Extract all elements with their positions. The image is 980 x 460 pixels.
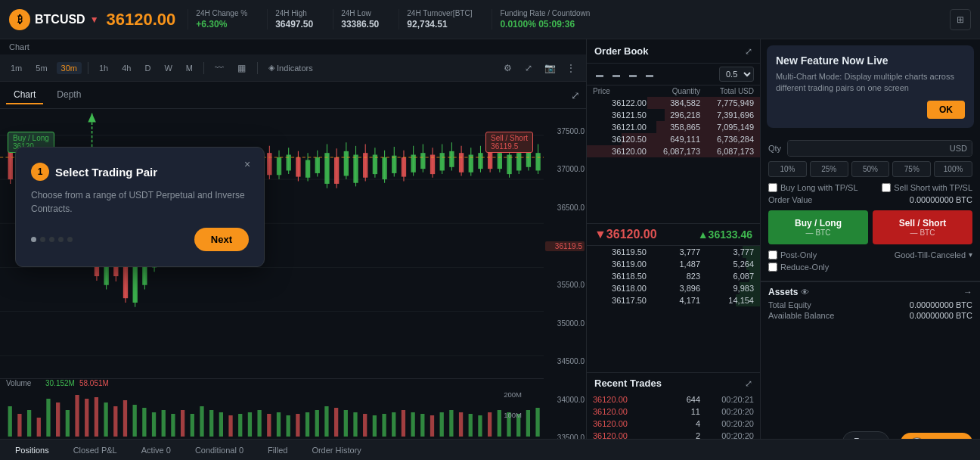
tf-W[interactable]: W — [160, 62, 176, 74]
pct-75-button[interactable]: 75% — [892, 161, 931, 177]
volume-values: 30.152M 58.051M — [45, 379, 109, 387]
ob-filter-select[interactable]: 0.5 — [719, 67, 754, 82]
bottom-tab-order-history[interactable]: Order History — [305, 444, 367, 456]
order-type-label: Good-Till-Canceled — [895, 250, 966, 260]
buy-tpsl-checkbox[interactable] — [768, 183, 777, 192]
logo[interactable]: ₿ BTCUSD ▼ 36120.00 — [9, 9, 175, 30]
bottom-tab-active[interactable]: Active 0 — [135, 444, 177, 456]
ob-sell-row[interactable]: 36121.00 358,865 7,095,149 — [587, 121, 760, 133]
tf-5m[interactable]: 5m — [31, 62, 51, 74]
ob-filter-icon-3[interactable]: ▬ — [626, 67, 640, 81]
pct-10-button[interactable]: 10% — [768, 161, 807, 177]
ob-buy-row[interactable]: 36118.50 823 6,087 — [587, 270, 760, 282]
svg-rect-163 — [411, 412, 414, 437]
indicators-button[interactable]: ◈ Indicators — [264, 61, 318, 74]
fullscreen-icon[interactable]: ⤢ — [519, 59, 538, 77]
ob-filter-icon-4[interactable]: ▬ — [643, 67, 656, 81]
screenshot-icon[interactable]: 📷 — [541, 59, 559, 77]
ob-expand-icon[interactable]: ⤢ — [745, 46, 752, 57]
svg-rect-161 — [392, 412, 395, 437]
reduce-only-checkbox[interactable] — [768, 263, 777, 272]
right-panel: New Feature Now Live Multi-Chart Mode: D… — [761, 39, 980, 460]
tf-1m[interactable]: 1m — [6, 62, 26, 74]
tpsl-checkbox-row: Buy Long with TP/SL Sell Short with TP/S… — [768, 183, 972, 192]
order-book-icons: ⤢ — [745, 46, 752, 57]
tf-M[interactable]: M — [181, 62, 197, 74]
pair-name[interactable]: BTCUSD — [35, 13, 85, 26]
tutorial-close-button[interactable]: × — [240, 157, 255, 172]
bottom-tab-positions[interactable]: Positions — [9, 444, 55, 456]
tutorial-next-button[interactable]: Next — [194, 228, 249, 251]
ob-sell-row[interactable]: 36120.00 6,087,173 6,087,173 — [587, 145, 760, 157]
indicators-icon: ◈ — [268, 63, 274, 73]
settings-icon[interactable]: ⚙ — [498, 59, 516, 77]
order-book-header: Order Book ⤢ — [587, 39, 760, 64]
pair-dropdown-arrow[interactable]: ▼ — [90, 14, 99, 25]
reduce-only-checkbox-label[interactable]: Reduce-Only — [768, 263, 829, 272]
ob-sell-row[interactable]: 36120.50 649,111 6,736,284 — [587, 133, 760, 145]
assets-eye-icon[interactable]: 👁 — [801, 288, 809, 297]
sell-tpsl-checkbox[interactable] — [882, 183, 891, 192]
ob-buy-row[interactable]: 36119.00 1,487 5,264 — [587, 258, 760, 270]
ob-buy-orders: 36119.50 3,777 3,777 36119.00 1,487 5,26… — [587, 246, 760, 372]
tf-30m[interactable]: 30m — [57, 62, 82, 74]
sell-tpsl-checkbox-label[interactable]: Sell Short with TP/SL — [882, 183, 972, 192]
bottom-tab-filled[interactable]: Filled — [262, 444, 293, 456]
order-type-dropdown-icon[interactable]: ▾ — [969, 250, 972, 259]
tf-4h[interactable]: 4h — [117, 62, 135, 74]
feature-ok-button[interactable]: OK — [927, 101, 965, 119]
tf-1h[interactable]: 1h — [95, 62, 113, 74]
sell-short-button[interactable]: Sell / Short — BTC — [873, 210, 972, 244]
line-chart-icon[interactable]: 〰 — [210, 59, 228, 77]
assets-section: Assets 👁 → Total Equity 0.00000000 BTC A… — [761, 281, 980, 326]
ob-filter-icon-2[interactable]: ▬ — [609, 67, 623, 81]
chart-expand-icon[interactable]: ⤢ — [571, 89, 580, 101]
pct-100-button[interactable]: 100% — [934, 161, 972, 177]
rt-row: 36120.00 11 00:20:20 — [587, 406, 760, 418]
tutorial-dots — [31, 237, 73, 242]
svg-rect-171 — [488, 412, 492, 437]
price-level-5: 35000.0 — [545, 319, 585, 328]
svg-rect-148 — [267, 414, 271, 437]
buy-tpsl-checkbox-label[interactable]: Buy Long with TP/SL — [768, 183, 858, 192]
tab-chart[interactable]: Chart — [6, 86, 43, 104]
post-only-checkbox-label[interactable]: Post-Only — [768, 250, 817, 260]
assets-arrow-icon[interactable]: → — [963, 287, 972, 297]
indicators-label: Indicators — [277, 64, 313, 73]
ob-sell-row[interactable]: 36121.50 296,218 7,391,696 — [587, 109, 760, 121]
ob-buy-row[interactable]: 36119.50 3,777 3,777 — [587, 246, 760, 258]
svg-rect-138 — [171, 414, 175, 437]
pct-25-button[interactable]: 25% — [810, 161, 848, 177]
grid-layout-icon[interactable]: ⊞ — [950, 9, 971, 30]
assets-header: Assets 👁 → — [768, 287, 972, 297]
ob-buy-row[interactable]: 36118.00 3,896 9,983 — [587, 282, 760, 294]
ob-filter-icon-1[interactable]: ▬ — [593, 67, 606, 81]
svg-rect-133 — [123, 400, 127, 437]
buy-long-button[interactable]: Buy / Long — BTC — [768, 210, 868, 244]
recent-trades-expand-icon[interactable]: ⤢ — [745, 378, 752, 389]
tab-depth[interactable]: Depth — [49, 86, 88, 104]
svg-rect-132 — [113, 406, 117, 437]
post-only-checkbox[interactable] — [768, 250, 777, 260]
svg-rect-175 — [526, 410, 530, 437]
feature-banner: New Feature Now Live Multi-Chart Mode: D… — [767, 45, 974, 128]
recent-trades-header: Recent Trades ⤢ — [587, 373, 760, 393]
ob-buy-row[interactable]: 36117.50 4,171 14,154 — [587, 294, 760, 306]
more-icon[interactable]: ⋮ — [562, 59, 580, 77]
stat-high-value: 36497.50 — [275, 19, 313, 30]
ob-sell-row[interactable]: 36122.00 384,582 7,775,949 — [587, 97, 760, 109]
sell-tpsl-label: Sell Short with TP/SL — [894, 183, 972, 192]
tutorial-step-badge: 1 — [31, 163, 49, 181]
tf-divider — [88, 62, 88, 74]
volume-label: Volume — [6, 379, 31, 387]
candle-chart-icon[interactable]: ▦ — [233, 59, 251, 77]
tf-D[interactable]: D — [140, 62, 155, 74]
price-level-3: 36500.0 — [545, 204, 585, 212]
qty-input[interactable] — [788, 141, 945, 156]
reduce-only-row: Reduce-Only — [768, 263, 972, 272]
pct-50-button[interactable]: 50% — [851, 161, 890, 177]
bottom-tab-closed-pnl[interactable]: Closed P&L — [67, 444, 123, 456]
price-level-6: 34500.0 — [545, 357, 585, 365]
bottom-tab-conditional[interactable]: Conditional 0 — [189, 444, 250, 456]
vol-red: 58.051M — [79, 379, 109, 387]
